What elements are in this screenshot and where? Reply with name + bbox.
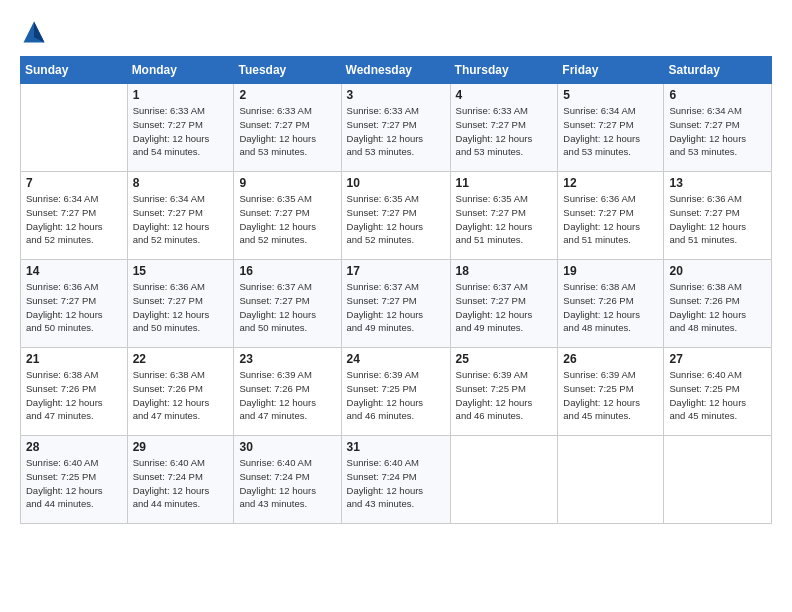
col-header-saturday: Saturday [664, 57, 772, 84]
logo-icon [20, 18, 48, 46]
week-row-3: 14Sunrise: 6:36 AM Sunset: 7:27 PM Dayli… [21, 260, 772, 348]
day-info: Sunrise: 6:40 AM Sunset: 7:24 PM Dayligh… [133, 456, 229, 511]
col-header-tuesday: Tuesday [234, 57, 341, 84]
day-info: Sunrise: 6:38 AM Sunset: 7:26 PM Dayligh… [26, 368, 122, 423]
day-info: Sunrise: 6:34 AM Sunset: 7:27 PM Dayligh… [133, 192, 229, 247]
logo [20, 18, 52, 46]
calendar-cell: 23Sunrise: 6:39 AM Sunset: 7:26 PM Dayli… [234, 348, 341, 436]
day-info: Sunrise: 6:33 AM Sunset: 7:27 PM Dayligh… [456, 104, 553, 159]
day-number: 10 [347, 176, 445, 190]
day-info: Sunrise: 6:36 AM Sunset: 7:27 PM Dayligh… [563, 192, 658, 247]
calendar-cell: 29Sunrise: 6:40 AM Sunset: 7:24 PM Dayli… [127, 436, 234, 524]
calendar-cell: 25Sunrise: 6:39 AM Sunset: 7:25 PM Dayli… [450, 348, 558, 436]
day-number: 24 [347, 352, 445, 366]
calendar-table: SundayMondayTuesdayWednesdayThursdayFrid… [20, 56, 772, 524]
day-info: Sunrise: 6:37 AM Sunset: 7:27 PM Dayligh… [239, 280, 335, 335]
day-info: Sunrise: 6:35 AM Sunset: 7:27 PM Dayligh… [456, 192, 553, 247]
day-number: 23 [239, 352, 335, 366]
day-number: 30 [239, 440, 335, 454]
calendar-cell: 30Sunrise: 6:40 AM Sunset: 7:24 PM Dayli… [234, 436, 341, 524]
col-header-thursday: Thursday [450, 57, 558, 84]
day-info: Sunrise: 6:40 AM Sunset: 7:25 PM Dayligh… [669, 368, 766, 423]
day-info: Sunrise: 6:35 AM Sunset: 7:27 PM Dayligh… [347, 192, 445, 247]
calendar-cell: 31Sunrise: 6:40 AM Sunset: 7:24 PM Dayli… [341, 436, 450, 524]
calendar-cell [21, 84, 128, 172]
day-number: 9 [239, 176, 335, 190]
day-info: Sunrise: 6:36 AM Sunset: 7:27 PM Dayligh… [133, 280, 229, 335]
day-number: 18 [456, 264, 553, 278]
day-info: Sunrise: 6:39 AM Sunset: 7:26 PM Dayligh… [239, 368, 335, 423]
day-number: 27 [669, 352, 766, 366]
day-info: Sunrise: 6:38 AM Sunset: 7:26 PM Dayligh… [133, 368, 229, 423]
col-header-wednesday: Wednesday [341, 57, 450, 84]
day-info: Sunrise: 6:34 AM Sunset: 7:27 PM Dayligh… [26, 192, 122, 247]
day-number: 22 [133, 352, 229, 366]
day-number: 2 [239, 88, 335, 102]
day-info: Sunrise: 6:38 AM Sunset: 7:26 PM Dayligh… [563, 280, 658, 335]
day-number: 8 [133, 176, 229, 190]
calendar-cell: 4Sunrise: 6:33 AM Sunset: 7:27 PM Daylig… [450, 84, 558, 172]
day-info: Sunrise: 6:33 AM Sunset: 7:27 PM Dayligh… [239, 104, 335, 159]
day-info: Sunrise: 6:39 AM Sunset: 7:25 PM Dayligh… [347, 368, 445, 423]
calendar-cell [558, 436, 664, 524]
day-number: 29 [133, 440, 229, 454]
calendar-cell: 10Sunrise: 6:35 AM Sunset: 7:27 PM Dayli… [341, 172, 450, 260]
calendar-cell: 22Sunrise: 6:38 AM Sunset: 7:26 PM Dayli… [127, 348, 234, 436]
calendar-cell [664, 436, 772, 524]
calendar-cell: 17Sunrise: 6:37 AM Sunset: 7:27 PM Dayli… [341, 260, 450, 348]
calendar-cell: 14Sunrise: 6:36 AM Sunset: 7:27 PM Dayli… [21, 260, 128, 348]
day-info: Sunrise: 6:35 AM Sunset: 7:27 PM Dayligh… [239, 192, 335, 247]
calendar-cell: 8Sunrise: 6:34 AM Sunset: 7:27 PM Daylig… [127, 172, 234, 260]
calendar-cell: 6Sunrise: 6:34 AM Sunset: 7:27 PM Daylig… [664, 84, 772, 172]
day-number: 1 [133, 88, 229, 102]
day-info: Sunrise: 6:34 AM Sunset: 7:27 PM Dayligh… [669, 104, 766, 159]
calendar-cell: 15Sunrise: 6:36 AM Sunset: 7:27 PM Dayli… [127, 260, 234, 348]
calendar-cell: 16Sunrise: 6:37 AM Sunset: 7:27 PM Dayli… [234, 260, 341, 348]
calendar-cell: 28Sunrise: 6:40 AM Sunset: 7:25 PM Dayli… [21, 436, 128, 524]
day-number: 12 [563, 176, 658, 190]
week-row-1: 1Sunrise: 6:33 AM Sunset: 7:27 PM Daylig… [21, 84, 772, 172]
day-number: 13 [669, 176, 766, 190]
day-info: Sunrise: 6:40 AM Sunset: 7:25 PM Dayligh… [26, 456, 122, 511]
day-number: 11 [456, 176, 553, 190]
calendar-cell: 13Sunrise: 6:36 AM Sunset: 7:27 PM Dayli… [664, 172, 772, 260]
day-number: 14 [26, 264, 122, 278]
day-info: Sunrise: 6:36 AM Sunset: 7:27 PM Dayligh… [669, 192, 766, 247]
day-number: 5 [563, 88, 658, 102]
day-number: 3 [347, 88, 445, 102]
day-info: Sunrise: 6:33 AM Sunset: 7:27 PM Dayligh… [133, 104, 229, 159]
day-number: 6 [669, 88, 766, 102]
day-info: Sunrise: 6:40 AM Sunset: 7:24 PM Dayligh… [239, 456, 335, 511]
calendar-cell: 27Sunrise: 6:40 AM Sunset: 7:25 PM Dayli… [664, 348, 772, 436]
day-info: Sunrise: 6:37 AM Sunset: 7:27 PM Dayligh… [347, 280, 445, 335]
day-info: Sunrise: 6:34 AM Sunset: 7:27 PM Dayligh… [563, 104, 658, 159]
day-number: 31 [347, 440, 445, 454]
day-number: 16 [239, 264, 335, 278]
calendar-cell: 11Sunrise: 6:35 AM Sunset: 7:27 PM Dayli… [450, 172, 558, 260]
page: SundayMondayTuesdayWednesdayThursdayFrid… [0, 0, 792, 612]
col-header-monday: Monday [127, 57, 234, 84]
calendar-cell: 20Sunrise: 6:38 AM Sunset: 7:26 PM Dayli… [664, 260, 772, 348]
day-number: 15 [133, 264, 229, 278]
calendar-cell: 12Sunrise: 6:36 AM Sunset: 7:27 PM Dayli… [558, 172, 664, 260]
day-info: Sunrise: 6:36 AM Sunset: 7:27 PM Dayligh… [26, 280, 122, 335]
day-number: 28 [26, 440, 122, 454]
col-header-friday: Friday [558, 57, 664, 84]
day-number: 21 [26, 352, 122, 366]
calendar-cell: 9Sunrise: 6:35 AM Sunset: 7:27 PM Daylig… [234, 172, 341, 260]
col-header-sunday: Sunday [21, 57, 128, 84]
day-number: 19 [563, 264, 658, 278]
calendar-cell: 18Sunrise: 6:37 AM Sunset: 7:27 PM Dayli… [450, 260, 558, 348]
day-info: Sunrise: 6:33 AM Sunset: 7:27 PM Dayligh… [347, 104, 445, 159]
calendar-cell: 26Sunrise: 6:39 AM Sunset: 7:25 PM Dayli… [558, 348, 664, 436]
day-number: 20 [669, 264, 766, 278]
calendar-cell: 24Sunrise: 6:39 AM Sunset: 7:25 PM Dayli… [341, 348, 450, 436]
header [20, 18, 772, 46]
week-row-5: 28Sunrise: 6:40 AM Sunset: 7:25 PM Dayli… [21, 436, 772, 524]
calendar-cell: 21Sunrise: 6:38 AM Sunset: 7:26 PM Dayli… [21, 348, 128, 436]
calendar-cell: 7Sunrise: 6:34 AM Sunset: 7:27 PM Daylig… [21, 172, 128, 260]
day-number: 4 [456, 88, 553, 102]
day-info: Sunrise: 6:38 AM Sunset: 7:26 PM Dayligh… [669, 280, 766, 335]
week-row-2: 7Sunrise: 6:34 AM Sunset: 7:27 PM Daylig… [21, 172, 772, 260]
day-info: Sunrise: 6:40 AM Sunset: 7:24 PM Dayligh… [347, 456, 445, 511]
